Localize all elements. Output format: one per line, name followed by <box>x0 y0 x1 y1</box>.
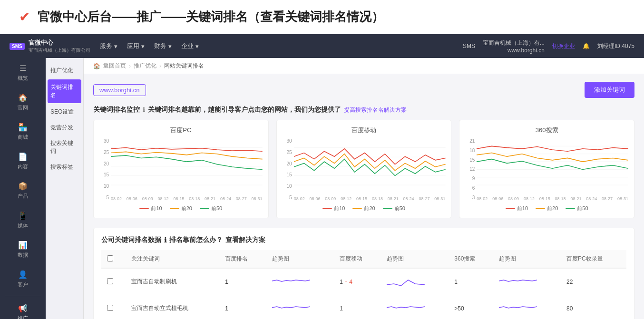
legend-label-20: 前20 <box>181 205 192 212</box>
col-mobile-trend: 趋势图 <box>381 250 449 268</box>
col-baidu-rank: 百度排名 <box>219 250 266 268</box>
sidebar-label-data: 数据 <box>18 251 28 259</box>
sidebar-item-shop[interactable]: 🏪 商城 <box>0 117 46 146</box>
table-solution-link[interactable]: 查看解决方案 <box>225 236 265 244</box>
sub-item-keyword-rank[interactable]: 关键词排名 <box>48 79 81 103</box>
switch-enterprise-btn[interactable]: 切换企业 <box>552 42 575 50</box>
sidebar-item-data[interactable]: 📊 数据 <box>0 235 46 264</box>
row1-baidu-rank: 1 <box>219 268 266 295</box>
row1-check[interactable] <box>107 278 113 284</box>
sidebar-label-website: 官网 <box>18 104 28 111</box>
sidebar-label-media: 媒体 <box>18 222 28 229</box>
page-content: www.borghi.cn 添加关键词 关键词排名监控 ℹ 关键词排名越靠前，越… <box>84 74 644 319</box>
sub-item-promotion-opt[interactable]: 推广优化 <box>46 63 83 78</box>
right-company-name: 宝而吉机械（上海）有... <box>483 39 545 47</box>
shop-icon: 🏪 <box>18 123 28 132</box>
legend-label-50: 前50 <box>211 205 222 212</box>
table-header-row: 关注关键词 百度排名 趋势图 百度移动 趋势图 360搜索 趋势图 百度PC收录… <box>101 250 626 268</box>
chart-360: 360搜索 21181512963 <box>459 120 634 218</box>
product-icon: 📦 <box>18 182 28 191</box>
chart-legend-pc: 前10 前20 前50 <box>99 205 263 212</box>
row1-360: 1 <box>449 268 493 295</box>
sub-item-seo-settings[interactable]: SEO设置 <box>46 104 83 120</box>
sidebar-item-promotion[interactable]: 📢 推广 <box>0 298 46 319</box>
chart-area-360 <box>477 138 628 195</box>
chart-baidu-pc-axis: 30252015105 <box>99 138 263 201</box>
sub-item-competition[interactable]: 竞营分发 <box>46 120 83 135</box>
chart-baidu-mobile-title: 百度移动 <box>283 126 446 135</box>
col-keyword: 关注关键词 <box>126 250 219 268</box>
sidebar-item-content[interactable]: 📄 内容 <box>0 146 46 176</box>
sidebar-item-customer[interactable]: 👤 客户 <box>0 264 46 294</box>
table-row: 宝而吉自动立式植毛机 1 1 <box>101 295 626 319</box>
chart-area-pc <box>111 138 263 195</box>
legend-top20: 前20 <box>170 205 192 212</box>
select-all-checkbox[interactable] <box>107 255 113 261</box>
row2-baidu-rank: 1 <box>219 295 266 319</box>
row1-pc-collect: 22 <box>561 268 626 295</box>
chart-baidu-pc-title: 百度PC <box>99 126 263 135</box>
row2-baidu-trend <box>266 295 334 319</box>
x-axis-360: 08-0208-0608-0908-1208-15 08-1808-2108-2… <box>477 196 628 201</box>
sidebar-label-promotion: 推广 <box>18 315 28 319</box>
col-baidu-mobile: 百度移动 <box>334 250 381 268</box>
table-desc: 排名靠前怎么办？ <box>169 236 223 244</box>
row2-360-trend <box>493 295 561 319</box>
add-keyword-button[interactable]: 添加关键词 <box>585 82 634 98</box>
nav-item-finance[interactable]: 财务 ▾ <box>154 42 172 50</box>
row1-checkbox <box>101 268 126 295</box>
promotion-icon: 📢 <box>18 304 28 313</box>
info-icon: ℹ <box>143 106 145 113</box>
row2-mobile-trend <box>381 295 449 319</box>
sidebar: ☰ 概览 🏠 官网 🏪 商城 📄 内容 📦 产品 📱 媒体 📊 数据 👤 <box>0 58 46 319</box>
sidebar-item-overview[interactable]: ☰ 概览 <box>0 58 46 87</box>
nav-item-services[interactable]: 服务 ▾ <box>100 42 117 50</box>
row1-baidu-trend <box>266 268 334 295</box>
sidebar-item-website[interactable]: 🏠 官网 <box>0 87 46 117</box>
chart-legend-mobile: 前10 前20 前50 <box>283 205 446 212</box>
content-icon: 📄 <box>18 152 28 161</box>
row2-check[interactable] <box>107 305 113 311</box>
customer-icon: 👤 <box>18 270 28 279</box>
logo-icon: SMS <box>10 43 25 50</box>
chart-360-axis: 21181512963 <box>465 138 628 201</box>
col-360: 360搜索 <box>449 250 493 268</box>
nav-header: SMS 官微中心 宝而吉机械（上海）有限公司 服务 ▾ 应用 ▾ 财务 ▾ 企业… <box>0 34 644 58</box>
legend-label-10: 前10 <box>151 205 162 212</box>
breadcrumb-level1[interactable]: 推广优化 <box>134 62 156 70</box>
breadcrumb-home[interactable]: 返回首页 <box>103 62 126 70</box>
monitoring-section-title: 关键词排名监控 ℹ 关键词排名越靠前，越能引导客户点击您的网站，我们为您提供了 … <box>93 106 634 114</box>
chart-legend-360: 前10 前20 前50 <box>465 205 628 212</box>
monitoring-link[interactable]: 提高搜索排名名解决方案 <box>344 106 407 114</box>
sidebar-item-media[interactable]: 📱 媒体 <box>0 205 46 235</box>
sidebar-item-product[interactable]: 📦 产品 <box>0 176 46 205</box>
legend-360-label-50: 前50 <box>577 205 588 212</box>
sidebar-label-customer: 客户 <box>18 281 28 288</box>
row2-360: >50 <box>449 295 493 319</box>
legend-mobile-top20: 前20 <box>352 205 375 212</box>
row1-mobile: 1 ↑ 4 <box>334 268 381 295</box>
sub-item-search-tags[interactable]: 搜索标签 <box>46 159 83 175</box>
notification-icon[interactable]: 🔔 <box>583 43 590 49</box>
sub-sidebar: 推广优化 关键词排名 SEO设置 竞营分发 搜索关键词 搜索标签 <box>46 58 84 319</box>
chart-baidu-mobile-axis: 30252015105 <box>283 138 446 201</box>
row2-keyword: 宝而吉自动立式植毛机 <box>126 295 219 319</box>
legend-dot-50 <box>200 208 209 209</box>
legend-mobile-top50: 前50 <box>383 205 405 212</box>
data-icon: 📊 <box>18 241 28 250</box>
legend-mobile-label-20: 前20 <box>364 205 375 212</box>
legend-mobile-dot-50 <box>383 208 392 209</box>
nav-item-enterprise[interactable]: 企业 ▾ <box>181 42 199 50</box>
logo-company-sub: 宝而吉机械（上海）有限公司 <box>29 47 90 54</box>
right-logo-icon: SMS <box>463 43 475 49</box>
nav-item-apps[interactable]: 应用 ▾ <box>127 42 145 50</box>
sub-item-search-keywords[interactable]: 搜索关键词 <box>46 135 83 159</box>
legend-dot-10 <box>139 208 149 209</box>
website-icon: 🏠 <box>18 93 28 102</box>
legend-top50: 前50 <box>200 205 222 212</box>
y-axis-mobile: 30252015105 <box>283 138 292 201</box>
legend-mobile-dot-10 <box>322 208 332 209</box>
row2-mobile: 1 <box>334 295 381 319</box>
legend-360-top10: 前10 <box>506 205 528 212</box>
legend-mobile-dot-20 <box>352 208 362 209</box>
